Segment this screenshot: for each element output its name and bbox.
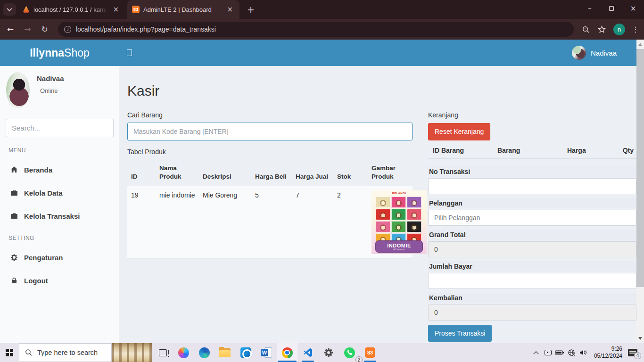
reset-keranjang-button[interactable]: Reset Keranjang [428, 123, 490, 140]
tray-time: 9:26 [594, 346, 622, 353]
no-transaksi-label: No Transaksi [428, 166, 636, 177]
briefcase-icon [10, 189, 18, 197]
browser-tab-localhost[interactable]: localhost / 127.0.0.1 / kampus2 × [18, 0, 125, 19]
browser-tab-adminlte[interactable]: 83 AdminLTE 2 | Dashboard × [127, 0, 239, 19]
scroll-up-icon[interactable] [638, 43, 642, 46]
task-view-button[interactable] [152, 343, 173, 362]
xampp-button[interactable]: 83 [360, 343, 380, 362]
gear-icon [10, 254, 18, 261]
sidebar-item-kelola-data[interactable]: Kelola Data [0, 181, 119, 204]
keranjang-label: Keranjang [428, 111, 636, 119]
cell-id: 19 [127, 186, 156, 259]
file-explorer-button[interactable] [215, 343, 235, 362]
copilot-icon [178, 347, 189, 358]
col-header: Nama Produk [156, 161, 199, 186]
browser-profile-avatar[interactable]: n [613, 24, 625, 35]
clock[interactable]: 9:26 05/12/2024 [589, 346, 626, 360]
back-icon[interactable]: ← [4, 22, 17, 36]
browser-tabstrip: localhost / 127.0.0.1 / kampus2 × 83 Adm… [0, 0, 644, 19]
product-image: PELANGI INDOMIE All Variants [372, 190, 427, 254]
navbar-avatar [572, 46, 586, 60]
col-header: ID Barang [428, 147, 497, 154]
briefcase-icon [10, 212, 18, 220]
tray-expand-icon[interactable] [530, 343, 542, 362]
tab-title: localhost / 127.0.0.1 / kampus2 [33, 6, 107, 13]
reload-icon[interactable]: ↻ [38, 22, 51, 36]
url-text: localhost/pafan/index.php?page=data_tran… [76, 25, 216, 33]
restore-icon[interactable] [601, 0, 622, 17]
cell-harga-jual: 7 [292, 186, 333, 259]
bookmark-star-icon[interactable] [594, 22, 609, 36]
sidebar-user-status: Online [40, 87, 58, 94]
cell-nama: mie indomie [156, 186, 199, 259]
sidebar-search-input[interactable] [6, 119, 114, 137]
navbar-user-menu[interactable]: Nadivaa [572, 40, 617, 66]
toolbar-right: n ⋮ [578, 22, 644, 36]
tab-close-icon[interactable]: × [111, 5, 121, 14]
sidebar-toggle-icon[interactable] [127, 49, 132, 56]
search-highlight-thumbnail[interactable] [112, 343, 152, 362]
notifications-icon[interactable]: 4 [628, 349, 637, 356]
sidebar-item-logout[interactable]: Logout [0, 269, 119, 292]
taskbar-search-placeholder: Type here to search [37, 349, 98, 356]
sidebar-item-kelola-transaksi[interactable]: Kelola Transaksi [0, 205, 119, 227]
edge-button[interactable] [194, 343, 215, 362]
zoom-icon[interactable] [578, 22, 593, 36]
cast-icon[interactable] [542, 343, 554, 362]
tab-title: AdminLTE 2 | Dashboard [143, 6, 221, 13]
edge-icon [199, 347, 210, 358]
settings-button[interactable] [318, 343, 339, 362]
sidebar-item-pengaturan[interactable]: Pengaturan [0, 246, 119, 269]
new-tab-icon[interactable]: + [245, 4, 256, 15]
outlook-icon [240, 347, 251, 358]
windows-logo-icon [6, 349, 13, 356]
network-icon[interactable] [566, 343, 578, 362]
word-icon: W [261, 347, 272, 358]
scroll-down-icon[interactable] [638, 337, 642, 340]
copilot-button[interactable] [173, 343, 194, 362]
screen: localhost / 127.0.0.1 / kampus2 × 83 Adm… [0, 0, 644, 362]
volume-icon[interactable] [578, 343, 589, 362]
grand-total-label: Grand Total [428, 230, 636, 240]
start-button[interactable] [0, 343, 19, 362]
system-tray: 9:26 05/12/2024 4 [530, 343, 644, 362]
settings-gear-icon [324, 348, 333, 357]
notification-badge: 4 [634, 352, 641, 359]
col-header: Stok [333, 161, 368, 186]
outlook-button[interactable] [235, 343, 256, 362]
no-transaksi-input[interactable] [428, 178, 636, 194]
chrome-button[interactable] [277, 343, 297, 362]
jumlah-bayar-label: Jumlah Bayar [428, 261, 636, 272]
tab-close-icon[interactable]: × [225, 5, 235, 14]
navbar-user-name: Nadivaa [591, 49, 617, 57]
brand-logo[interactable]: IllynnaShop [0, 40, 119, 66]
file-explorer-icon [219, 348, 231, 357]
pelanggan-select[interactable]: Pilih Pelanggan [428, 210, 636, 226]
cart-table-header: ID Barang Barang Harga Qty [428, 147, 636, 159]
battery-icon[interactable] [554, 343, 566, 362]
search-icon [25, 349, 33, 356]
main-content: Kasir Cari Barang Tabel Produk ID Nama P… [119, 66, 636, 343]
sidebar-item-beranda[interactable]: Beranda [0, 158, 119, 181]
tabel-produk-label: Tabel Produk [127, 148, 413, 156]
jumlah-bayar-input[interactable] [428, 273, 636, 289]
scrollbar-thumb[interactable] [636, 49, 644, 287]
taskbar-search[interactable]: Type here to search [19, 343, 112, 362]
menu-dots-icon[interactable]: ⋮ [627, 25, 644, 34]
kembalian-input [428, 304, 636, 321]
cari-barang-input[interactable] [127, 123, 413, 140]
page-info-icon[interactable]: i [64, 26, 71, 33]
url-bar[interactable]: i localhost/pafan/index.php?page=data_tr… [58, 22, 574, 37]
tab-search-chevron-icon[interactable] [3, 3, 16, 16]
table-row[interactable]: 19 mie indomie Mie Goreng 5 7 2 PELANGI [127, 186, 413, 259]
forward-icon[interactable]: → [21, 22, 34, 36]
whatsapp-button[interactable]: 2 [339, 343, 360, 362]
taskbar: Type here to search W 2 83 [0, 343, 644, 362]
vscode-button[interactable] [297, 343, 318, 362]
page-scrollbar[interactable] [636, 40, 644, 343]
close-icon[interactable]: × [622, 0, 644, 17]
minimize-icon[interactable]: – [579, 0, 601, 17]
word-button[interactable]: W [256, 343, 277, 362]
proses-transaksi-button[interactable]: Proses Transaksi [428, 325, 492, 342]
lock-icon [10, 277, 18, 284]
